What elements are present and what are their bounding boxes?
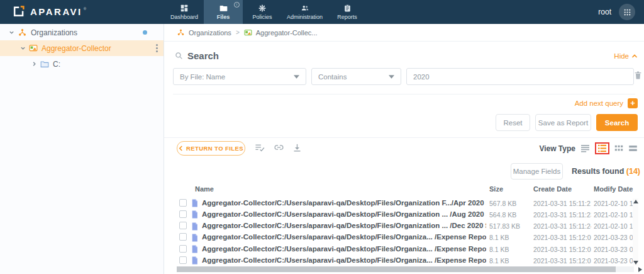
select-value: Contains	[318, 73, 347, 81]
more-options-icon[interactable]	[156, 44, 158, 52]
table-row[interactable]: Aggregator-Collector/C:/Users/aparavi-qa…	[164, 197, 644, 208]
navbar-right: root	[598, 0, 635, 24]
status-dot	[143, 30, 147, 35]
view-rows-icon[interactable]	[628, 145, 638, 152]
column-header-size[interactable]: Size	[489, 185, 503, 193]
search-field-select[interactable]: By File: Name	[173, 68, 306, 85]
search-button[interactable]: Search	[596, 114, 638, 131]
tab-dashboard[interactable]: Dashboard	[165, 0, 204, 24]
row-checkbox[interactable]	[179, 222, 187, 229]
file-icon	[191, 198, 198, 210]
search-operator-select[interactable]: Contains	[311, 68, 401, 85]
view-type-label: View Type	[539, 144, 575, 153]
view-grid-icon[interactable]	[614, 145, 623, 152]
hide-search-link[interactable]: Hide	[614, 52, 638, 60]
tab-policies[interactable]: Policies	[243, 0, 282, 24]
file-path[interactable]: Aggregator-Collector/C:/Users/aparavi-qa…	[202, 233, 486, 241]
vertical-scrollbar[interactable]	[633, 198, 638, 266]
breadcrumb-collector[interactable]: Aggregator-Collec...	[244, 29, 318, 37]
info-icon: i	[234, 2, 240, 8]
file-modify-date: 2021-03-23 09:57:1	[594, 246, 633, 253]
download-icon[interactable]	[292, 143, 302, 152]
folder-icon	[40, 60, 49, 68]
file-path[interactable]: Aggregator-Collector/C:/Users/aparavi-qa…	[202, 199, 486, 207]
scroll-up-icon[interactable]	[633, 200, 638, 203]
tab-label: Reports	[337, 14, 357, 20]
file-path[interactable]: Aggregator-Collector/C:/Users/aparavi-qa…	[202, 245, 486, 253]
manage-fields-button[interactable]: Manage Fields	[511, 163, 563, 180]
chevron-down-icon[interactable]	[6, 30, 16, 35]
horizontal-scrollbar[interactable]	[177, 266, 634, 272]
organizations-icon	[177, 28, 185, 37]
add-next-query-link[interactable]: Add next query +	[575, 98, 638, 108]
row-checkbox[interactable]	[179, 245, 187, 253]
breadcrumb-label: Organizations	[189, 29, 231, 37]
search-icon	[175, 52, 183, 60]
tree-item-label: C:	[53, 60, 60, 69]
fields-row: Manage Fields Results found (14)	[511, 163, 640, 180]
input-value: 2020	[413, 73, 430, 81]
file-path[interactable]: Aggregator-Collector/C:/Users/aparavi-qa…	[202, 256, 486, 264]
view-detail-list-icon-selected[interactable]	[595, 142, 609, 154]
brand-trademark: ®	[84, 7, 86, 11]
scrollbar-thumb[interactable]	[177, 266, 616, 272]
column-header-modify-date[interactable]: Modify Date	[594, 185, 633, 193]
table-row[interactable]: Aggregator-Collector/C:/Users/aparavi-qa…	[164, 254, 644, 266]
file-create-date: 2021-03-31 15:12:02	[533, 246, 591, 253]
tab-reports[interactable]: Reports	[328, 0, 367, 24]
tree-item-c-drive[interactable]: C:	[0, 56, 164, 72]
breadcrumb: Organizations > Aggregator-Collec...	[164, 24, 644, 42]
file-icon	[191, 222, 198, 233]
table-row[interactable]: Aggregator-Collector/C:/Users/aparavi-qa…	[164, 208, 644, 220]
view-list-icon[interactable]	[580, 144, 590, 152]
link-icon[interactable]	[274, 143, 284, 152]
row-checkbox[interactable]	[179, 233, 187, 241]
file-create-date: 2021-03-31 15:11:21	[533, 200, 591, 207]
caret-down-icon	[294, 75, 299, 79]
select-value: By File: Name	[180, 73, 225, 81]
collector-icon	[244, 29, 252, 37]
view-type-switcher: View Type	[539, 142, 638, 154]
search-title-text: Search	[187, 50, 219, 61]
scroll-down-icon[interactable]	[633, 261, 638, 265]
file-path[interactable]: Aggregator-Collector/C:/Users/aparavi-qa…	[202, 222, 486, 229]
dashboard-icon	[180, 4, 189, 13]
organizations-icon	[18, 28, 27, 37]
breadcrumb-organizations[interactable]: Organizations	[177, 28, 231, 37]
scroll-right-icon[interactable]	[638, 267, 642, 272]
chevron-down-icon[interactable]	[18, 45, 28, 51]
aparavi-logo-icon	[11, 5, 25, 18]
caret-down-icon	[389, 75, 394, 79]
tab-label: Administration	[287, 14, 323, 20]
search-actions: Reset Save as Report Search	[496, 114, 638, 131]
table-row[interactable]: Aggregator-Collector/C:/Users/aparavi-qa…	[164, 243, 644, 254]
file-path[interactable]: Aggregator-Collector/C:/Users/aparavi-qa…	[202, 210, 486, 218]
tab-label: Dashboard	[170, 14, 198, 20]
apps-grid-button[interactable]	[619, 4, 635, 20]
brand-name: APARAVI	[30, 6, 82, 17]
playlist-check-icon[interactable]	[255, 143, 265, 152]
tree-item-organizations[interactable]: Organizations	[0, 25, 164, 40]
tree-item-aggregator-collector[interactable]: Aggregator-Collector	[0, 40, 164, 56]
return-to-files-button[interactable]: RETURN TO FILES	[177, 141, 245, 156]
file-create-date: 2021-03-31 15:12:00	[533, 234, 591, 241]
search-term-input[interactable]: 2020	[406, 68, 634, 85]
row-checkbox[interactable]	[179, 210, 187, 218]
table-row[interactable]: Aggregator-Collector/C:/Users/aparavi-qa…	[164, 220, 644, 232]
file-modify-date: 2021-03-23 09:57:2	[594, 257, 633, 265]
tab-administration[interactable]: Administration	[282, 0, 328, 24]
file-create-date: 2021-03-31 15:11:23	[533, 211, 591, 219]
save-as-report-button[interactable]: Save as Report	[535, 114, 591, 131]
row-checkbox[interactable]	[179, 256, 187, 264]
main-nav-tabs: Dashboard i Files Policies Administratio…	[165, 0, 367, 24]
reset-button[interactable]: Reset	[496, 114, 530, 131]
table-row[interactable]: Aggregator-Collector/C:/Users/aparavi-qa…	[164, 232, 644, 243]
chevron-right-icon[interactable]	[29, 61, 39, 67]
plus-icon[interactable]: +	[628, 98, 638, 108]
file-icon	[191, 210, 198, 221]
tab-files[interactable]: i Files	[204, 0, 243, 24]
column-header-create-date[interactable]: Create Date	[533, 185, 572, 193]
delete-query-icon[interactable]	[634, 71, 642, 83]
row-checkbox[interactable]	[179, 199, 187, 207]
tree-item-label: Aggregator-Collector	[42, 44, 111, 53]
